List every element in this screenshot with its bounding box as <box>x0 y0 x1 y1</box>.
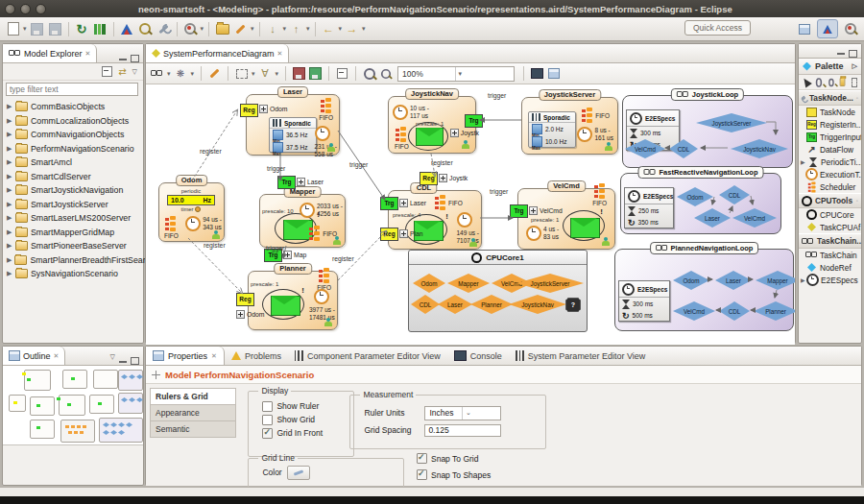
chevron-down-icon[interactable]: ▾ <box>283 25 287 33</box>
expand-arrow-icon[interactable]: ▶ <box>7 242 12 250</box>
tree-item[interactable]: ▶SmartCdlServer <box>3 170 143 184</box>
modeling-button[interactable] <box>119 21 135 37</box>
tree-item[interactable]: ▶CommLocalizationObjects <box>3 114 143 129</box>
expand-icon[interactable] <box>529 206 538 215</box>
note-tool-icon[interactable] <box>840 78 846 86</box>
next-annotation-button[interactable]: ↑ <box>288 21 304 37</box>
tree-item[interactable]: ▶SysNavigationScenario <box>3 267 143 281</box>
task-node-velcmd[interactable]: VelCmd Trg VelCmd prescale: 1 4 us -83 u… <box>517 188 615 250</box>
task-node-joystickserver[interactable]: JoystickServer Sporadic Min2.0 Hz Max10.… <box>521 97 618 155</box>
node-title[interactable]: Odom <box>176 175 208 186</box>
tree-item[interactable]: ▶SmartMapperGridMap <box>3 226 143 240</box>
expand-arrow-icon[interactable]: ▶ <box>7 186 12 194</box>
expand-arrow-icon[interactable]: ▶ <box>7 270 12 277</box>
validate-button[interactable] <box>182 21 199 37</box>
filters-button[interactable]: ∀ <box>258 66 273 81</box>
tab-problems[interactable]: Problems <box>225 347 288 365</box>
tree-item[interactable]: ▶SmartPlannerBreadthFirstSearch <box>3 253 143 268</box>
grid-in-front-row[interactable]: Grid In Front <box>262 428 347 439</box>
pin-palette-icon[interactable]: ▷ <box>852 62 857 70</box>
zoom-level-combo[interactable]: 100%▾ <box>397 66 515 82</box>
open-perspective-button[interactable] <box>795 20 814 37</box>
pin-button[interactable] <box>207 66 222 81</box>
tree-item[interactable]: ▶CommBasicObjects <box>3 100 143 114</box>
expand-arrow-icon[interactable]: ▶ <box>7 131 12 138</box>
node-title[interactable]: JoystickNav <box>405 88 459 100</box>
periodic-timer[interactable]: periodic 10.0Hz timer <box>167 188 215 212</box>
snap-to-grid-row[interactable]: Snap To Grid <box>417 453 478 464</box>
marquee-tool-icon[interactable] <box>852 78 857 87</box>
cpu-core-box[interactable]: CPUCore1 Odom Mapper VelCmd JoystickServ… <box>408 250 588 332</box>
chevron-down-icon[interactable]: ▾ <box>306 25 310 33</box>
node-ref-diamond[interactable]: JoystickNav <box>731 139 788 158</box>
view-menu-icon[interactable]: ▽ <box>132 68 137 76</box>
tab-system-performance-diagram[interactable]: SystemPerformanceDiagram ✕ <box>146 44 289 62</box>
grid-button[interactable] <box>546 66 561 81</box>
tree-item[interactable]: ▶SmartAmcl <box>3 156 143 170</box>
expand-icon[interactable] <box>399 199 408 207</box>
expand-icon[interactable] <box>450 129 459 137</box>
task-node-laser[interactable]: Laser Reg Odom Sporadic Min36.5 Hz Max37… <box>246 94 340 156</box>
chevron-down-icon[interactable]: ▾ <box>455 67 514 81</box>
palette-item-dataflow[interactable]: ↗DataFlow <box>799 143 861 156</box>
cpu-affinity-diamond[interactable]: Planner <box>470 295 513 314</box>
expand-arrow-icon[interactable]: ▶ <box>7 256 12 264</box>
java-perspective-button[interactable] <box>841 20 860 37</box>
palette-group-cputools[interactable]: CPUTools◦ <box>799 193 861 208</box>
chevron-down-icon[interactable]: ▾ <box>191 70 195 78</box>
register-port[interactable]: Reg <box>420 172 438 185</box>
zoom-in-button[interactable] <box>362 66 376 81</box>
export-diagram-button[interactable] <box>308 66 323 81</box>
tab-component-parameter-editor[interactable]: Component Parameter Editor View <box>288 347 447 365</box>
palette-item-registerin[interactable]: RegRegisterIn... <box>799 118 861 131</box>
palette-item-periodictimer[interactable]: ▶PeriodicTi... <box>799 156 861 168</box>
node-ref-diamond[interactable]: Laser <box>715 271 752 290</box>
save-all-button[interactable] <box>47 21 63 37</box>
grid-color-button[interactable] <box>287 466 310 480</box>
close-icon[interactable]: ✕ <box>277 50 283 58</box>
maximize-icon[interactable] <box>849 50 857 58</box>
view-menu-icon[interactable]: ▽ <box>110 353 115 365</box>
side-tab-rulers-grid[interactable]: Rulers & Grid <box>150 388 236 404</box>
snap-to-grid-checkbox[interactable] <box>417 453 427 464</box>
expand-arrow-icon[interactable]: ▶ <box>7 173 12 180</box>
expand-arrow-icon[interactable]: ▶ <box>801 158 804 165</box>
layout-selector-button[interactable] <box>150 66 164 81</box>
node-ref-diamond[interactable]: Laser <box>694 208 731 228</box>
palette-item-triggerinput[interactable]: TrgTriggerInput <box>799 131 861 143</box>
modeling-perspective-button[interactable] <box>817 19 838 38</box>
chevron-down-icon[interactable]: ▾ <box>339 25 343 33</box>
minimize-icon[interactable] <box>119 361 127 363</box>
expand-arrow-icon[interactable]: ▶ <box>7 103 12 110</box>
task-chain-fastreactiveloop[interactable]: FastReactiveNavigationLoop E2ESpecs 250 … <box>620 173 781 234</box>
show-grid-checkbox[interactable] <box>262 415 273 425</box>
task-node-joysticknav[interactable]: JoystickNav 10 us -117 us prescale: 1 Tr… <box>388 96 476 154</box>
task-chain-joystickloop[interactable]: JoystickLoop E2ESpecs 300 ms ↻400 ms Joy… <box>622 95 793 168</box>
link-editor-icon[interactable]: ⇄ <box>118 67 126 77</box>
node-ref-diamond[interactable]: Odom <box>673 271 709 290</box>
chevron-down-icon[interactable]: ⌄ <box>462 407 501 420</box>
snap-to-shapes-checkbox[interactable] <box>417 469 427 480</box>
chevron-down-icon[interactable]: ▾ <box>167 70 171 78</box>
task-node-odom[interactable]: Odom periodic 10.0Hz timer FIFO 94 us -3… <box>158 182 225 242</box>
node-title[interactable]: Laser <box>277 86 308 98</box>
task-node-cdl[interactable]: CDL Reg Joystk Trg Laser Reg Plan FIFO p… <box>388 190 482 250</box>
window-maximize-button[interactable] <box>36 4 46 14</box>
tree-item[interactable]: ▶SmartJoystickServer <box>3 198 143 212</box>
cpu-affinity-diamond[interactable]: JoystickServer <box>516 274 584 293</box>
minimize-icon[interactable] <box>119 59 127 60</box>
tree-item[interactable]: ▶CommNavigationObjects <box>3 128 143 142</box>
sporadic-spec[interactable]: Sporadic Min2.0 Hz Max10.0 Hz <box>528 111 576 148</box>
quick-access-button[interactable]: Quick Access <box>684 20 751 36</box>
arrange-all-button[interactable]: ❋ <box>174 66 188 81</box>
register-port[interactable]: Reg <box>380 228 398 241</box>
task-chain-plannedloop[interactable]: PlannedNavigationLoop E2ESpecs 300 ms ↻5… <box>614 249 794 331</box>
e2e-specs[interactable]: E2ESpecs 250 ms ↻350 ms <box>624 187 674 228</box>
chevron-down-icon[interactable]: ▾ <box>276 70 279 78</box>
node-ref-diamond[interactable]: VelCmd <box>732 208 777 228</box>
expand-arrow-icon[interactable]: ▶ <box>7 158 12 166</box>
palette-item-noderef[interactable]: NodeRef <box>799 261 861 274</box>
close-icon[interactable]: ✕ <box>211 352 217 360</box>
cpu-affinity-diamond[interactable]: Odom <box>413 274 445 293</box>
save-button[interactable] <box>29 21 45 37</box>
